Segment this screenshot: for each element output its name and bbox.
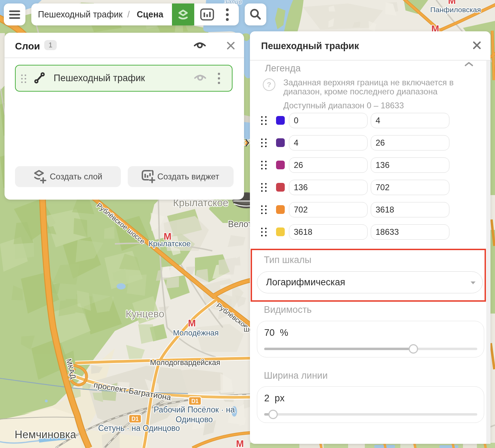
- svg-text:М: М: [448, 0, 456, 6]
- svg-text:Молодогвардейская: Молодогвардейская: [150, 358, 220, 367]
- svg-text:Немчиновка: Немчиновка: [15, 428, 76, 441]
- svg-text:Рабочий Посёлок · на: Рабочий Посёлок · на: [154, 405, 235, 414]
- svg-text:М: М: [188, 318, 196, 329]
- svg-text:М: М: [164, 231, 172, 242]
- svg-text:Сетунь · на Одинцово: Сетунь · на Одинцово: [98, 424, 180, 433]
- svg-text:D1: D1: [191, 398, 199, 404]
- svg-text:Кунцево: Кунцево: [126, 308, 164, 319]
- svg-text:Одинцово: Одинцово: [176, 415, 213, 424]
- svg-text:Молодёжная: Молодёжная: [173, 329, 219, 337]
- svg-text:D1: D1: [132, 416, 139, 422]
- svg-text:М: М: [236, 439, 244, 448]
- svg-text:Панфиловская: Панфиловская: [430, 6, 481, 14]
